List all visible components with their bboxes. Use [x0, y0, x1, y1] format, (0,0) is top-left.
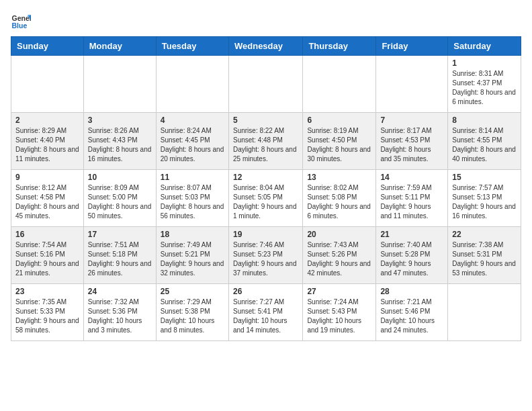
calendar-cell: 26Sunrise: 7:27 AM Sunset: 5:41 PM Dayli… — [228, 284, 302, 341]
day-info: Sunrise: 8:24 AM Sunset: 4:45 PM Dayligh… — [161, 126, 224, 164]
day-number: 7 — [380, 116, 443, 125]
day-number: 1 — [452, 58, 517, 68]
calendar-cell: 5Sunrise: 8:22 AM Sunset: 4:48 PM Daylig… — [228, 113, 302, 170]
day-number: 8 — [452, 116, 517, 125]
day-info: Sunrise: 7:21 AM Sunset: 5:46 PM Dayligh… — [380, 298, 443, 335]
calendar-week-row: 1Sunrise: 8:31 AM Sunset: 4:37 PM Daylig… — [11, 56, 521, 113]
day-number: 24 — [88, 287, 152, 296]
calendar-cell: 2Sunrise: 8:29 AM Sunset: 4:40 PM Daylig… — [11, 113, 84, 170]
day-info: Sunrise: 8:09 AM Sunset: 5:00 PM Dayligh… — [88, 183, 152, 221]
calendar-cell: 10Sunrise: 8:09 AM Sunset: 5:00 PM Dayli… — [83, 170, 156, 227]
day-info: Sunrise: 7:51 AM Sunset: 5:18 PM Dayligh… — [88, 240, 152, 278]
day-number: 12 — [233, 173, 298, 182]
calendar-cell: 3Sunrise: 8:26 AM Sunset: 4:43 PM Daylig… — [83, 113, 156, 170]
calendar-cell: 8Sunrise: 8:14 AM Sunset: 4:55 PM Daylig… — [448, 113, 521, 170]
calendar-cell — [83, 56, 156, 113]
calendar-cell: 4Sunrise: 8:24 AM Sunset: 4:45 PM Daylig… — [156, 113, 228, 170]
svg-text:Blue: Blue — [12, 21, 28, 30]
weekday-header-tuesday: Tuesday — [156, 37, 228, 56]
day-number: 20 — [307, 230, 371, 239]
day-number: 22 — [452, 230, 517, 239]
calendar-cell — [376, 56, 448, 113]
calendar-cell — [303, 56, 376, 113]
calendar-header-row: SundayMondayTuesdayWednesdayThursdayFrid… — [11, 37, 521, 56]
day-info: Sunrise: 7:43 AM Sunset: 5:26 PM Dayligh… — [307, 240, 371, 278]
weekday-header-wednesday: Wednesday — [228, 37, 302, 56]
day-info: Sunrise: 7:59 AM Sunset: 5:11 PM Dayligh… — [380, 183, 443, 221]
day-info: Sunrise: 8:26 AM Sunset: 4:43 PM Dayligh… — [88, 126, 152, 164]
day-number: 28 — [380, 287, 443, 296]
weekday-header-monday: Monday — [83, 37, 156, 56]
calendar-cell: 23Sunrise: 7:35 AM Sunset: 5:33 PM Dayli… — [11, 284, 84, 341]
calendar-cell — [156, 56, 228, 113]
weekday-header-sunday: Sunday — [11, 37, 84, 56]
day-info: Sunrise: 7:49 AM Sunset: 5:21 PM Dayligh… — [161, 240, 224, 278]
calendar-week-row: 9Sunrise: 8:12 AM Sunset: 4:58 PM Daylig… — [11, 170, 521, 227]
calendar-cell: 13Sunrise: 8:02 AM Sunset: 5:08 PM Dayli… — [303, 170, 376, 227]
calendar-cell: 15Sunrise: 7:57 AM Sunset: 5:13 PM Dayli… — [448, 170, 521, 227]
day-number: 9 — [15, 173, 79, 182]
calendar-cell: 1Sunrise: 8:31 AM Sunset: 4:37 PM Daylig… — [448, 56, 521, 113]
day-info: Sunrise: 8:04 AM Sunset: 5:05 PM Dayligh… — [233, 183, 298, 221]
day-info: Sunrise: 7:29 AM Sunset: 5:38 PM Dayligh… — [161, 298, 224, 335]
day-info: Sunrise: 8:17 AM Sunset: 4:53 PM Dayligh… — [380, 126, 443, 164]
day-info: Sunrise: 8:31 AM Sunset: 4:37 PM Dayligh… — [452, 69, 517, 107]
calendar-week-row: 16Sunrise: 7:54 AM Sunset: 5:16 PM Dayli… — [11, 227, 521, 284]
calendar-cell — [448, 284, 521, 341]
day-info: Sunrise: 8:29 AM Sunset: 4:40 PM Dayligh… — [15, 126, 79, 164]
logo: General Blue — [11, 11, 31, 31]
day-number: 16 — [15, 230, 79, 239]
day-info: Sunrise: 7:32 AM Sunset: 5:36 PM Dayligh… — [88, 298, 152, 335]
day-info: Sunrise: 7:38 AM Sunset: 5:31 PM Dayligh… — [452, 240, 517, 278]
calendar-week-row: 2Sunrise: 8:29 AM Sunset: 4:40 PM Daylig… — [11, 113, 521, 170]
weekday-header-saturday: Saturday — [448, 37, 521, 56]
day-info: Sunrise: 8:07 AM Sunset: 5:03 PM Dayligh… — [161, 183, 224, 221]
day-number: 17 — [88, 230, 152, 239]
day-info: Sunrise: 7:35 AM Sunset: 5:33 PM Dayligh… — [15, 298, 79, 335]
day-number: 5 — [233, 116, 298, 125]
day-info: Sunrise: 8:22 AM Sunset: 4:48 PM Dayligh… — [233, 126, 298, 164]
day-number: 10 — [88, 173, 152, 182]
calendar-cell: 19Sunrise: 7:46 AM Sunset: 5:23 PM Dayli… — [228, 227, 302, 284]
day-number: 6 — [307, 116, 371, 125]
calendar-cell: 24Sunrise: 7:32 AM Sunset: 5:36 PM Dayli… — [83, 284, 156, 341]
day-number: 27 — [307, 287, 371, 296]
day-number: 4 — [161, 116, 224, 125]
calendar-cell: 25Sunrise: 7:29 AM Sunset: 5:38 PM Dayli… — [156, 284, 228, 341]
day-number: 14 — [380, 173, 443, 182]
calendar-week-row: 23Sunrise: 7:35 AM Sunset: 5:33 PM Dayli… — [11, 284, 521, 341]
day-number: 25 — [161, 287, 224, 296]
day-info: Sunrise: 7:24 AM Sunset: 5:43 PM Dayligh… — [307, 298, 371, 335]
day-number: 13 — [307, 173, 371, 182]
page-header: General Blue — [11, 11, 521, 31]
calendar-cell — [228, 56, 302, 113]
calendar-cell: 20Sunrise: 7:43 AM Sunset: 5:26 PM Dayli… — [303, 227, 376, 284]
calendar-cell: 18Sunrise: 7:49 AM Sunset: 5:21 PM Dayli… — [156, 227, 228, 284]
calendar-cell: 16Sunrise: 7:54 AM Sunset: 5:16 PM Dayli… — [11, 227, 84, 284]
day-info: Sunrise: 7:54 AM Sunset: 5:16 PM Dayligh… — [15, 240, 79, 278]
day-info: Sunrise: 8:14 AM Sunset: 4:55 PM Dayligh… — [452, 126, 517, 164]
day-info: Sunrise: 7:57 AM Sunset: 5:13 PM Dayligh… — [452, 183, 517, 221]
day-info: Sunrise: 7:40 AM Sunset: 5:28 PM Dayligh… — [380, 240, 443, 278]
calendar-table: SundayMondayTuesdayWednesdayThursdayFrid… — [11, 36, 521, 341]
calendar-cell: 9Sunrise: 8:12 AM Sunset: 4:58 PM Daylig… — [11, 170, 84, 227]
calendar-cell: 17Sunrise: 7:51 AM Sunset: 5:18 PM Dayli… — [83, 227, 156, 284]
calendar-cell: 7Sunrise: 8:17 AM Sunset: 4:53 PM Daylig… — [376, 113, 448, 170]
day-number: 15 — [452, 173, 517, 182]
day-number: 2 — [15, 116, 79, 125]
logo-icon: General Blue — [11, 11, 31, 31]
day-number: 19 — [233, 230, 298, 239]
day-number: 23 — [15, 287, 79, 296]
calendar-cell: 27Sunrise: 7:24 AM Sunset: 5:43 PM Dayli… — [303, 284, 376, 341]
day-number: 21 — [380, 230, 443, 239]
day-info: Sunrise: 8:19 AM Sunset: 4:50 PM Dayligh… — [307, 126, 371, 164]
weekday-header-thursday: Thursday — [303, 37, 376, 56]
calendar-cell: 28Sunrise: 7:21 AM Sunset: 5:46 PM Dayli… — [376, 284, 448, 341]
day-info: Sunrise: 7:27 AM Sunset: 5:41 PM Dayligh… — [233, 298, 298, 335]
calendar-cell: 21Sunrise: 7:40 AM Sunset: 5:28 PM Dayli… — [376, 227, 448, 284]
day-number: 3 — [88, 116, 152, 125]
day-info: Sunrise: 8:12 AM Sunset: 4:58 PM Dayligh… — [15, 183, 79, 221]
calendar-cell: 11Sunrise: 8:07 AM Sunset: 5:03 PM Dayli… — [156, 170, 228, 227]
weekday-header-friday: Friday — [376, 37, 448, 56]
day-info: Sunrise: 7:46 AM Sunset: 5:23 PM Dayligh… — [233, 240, 298, 278]
